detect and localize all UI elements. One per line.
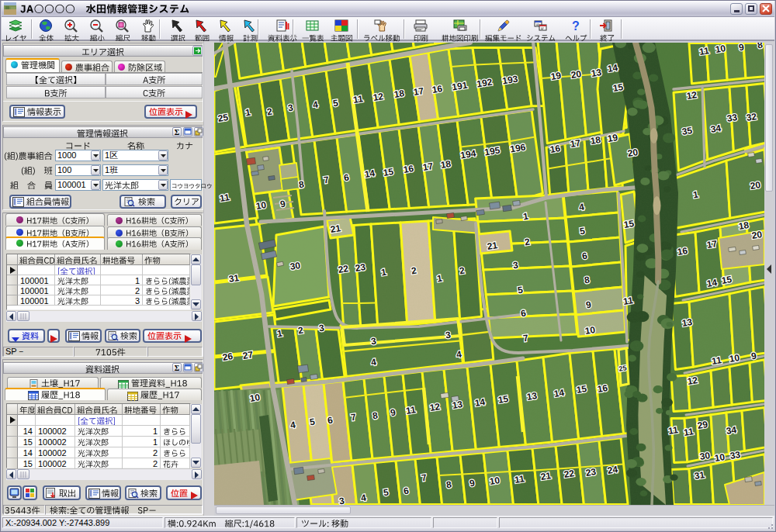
svg-text:?: ? — [572, 19, 580, 33]
svg-text:Σ: Σ — [175, 364, 180, 371]
svg-text:Σ: Σ — [175, 128, 180, 136]
